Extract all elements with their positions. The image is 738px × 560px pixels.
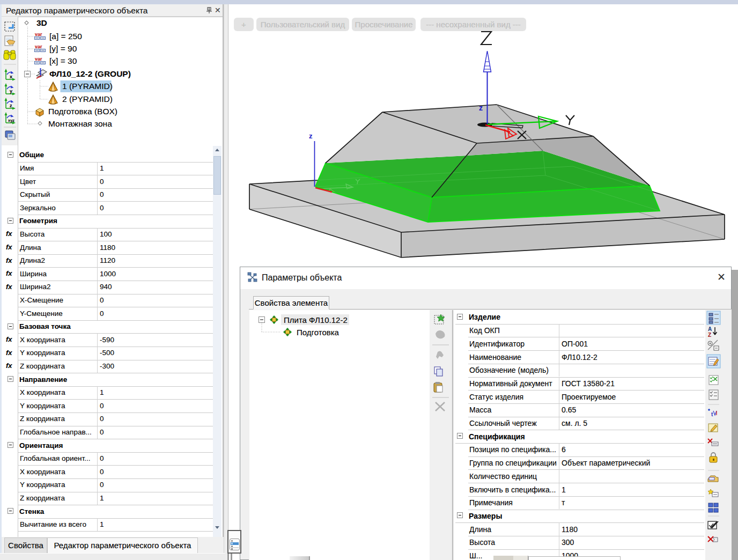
svg-text:Z: Z xyxy=(708,332,711,338)
svg-text:t: t xyxy=(711,411,713,417)
svg-text:z: z xyxy=(309,132,313,140)
svg-text:var: var xyxy=(35,32,42,37)
svg-text:z: z xyxy=(479,104,483,112)
svg-text:z: z xyxy=(10,103,12,108)
svg-text:var: var xyxy=(35,56,42,62)
svg-text:x: x xyxy=(10,74,12,79)
svg-text:A: A xyxy=(708,326,712,332)
svg-text:y: y xyxy=(10,89,12,94)
svg-text:xyz: xyz xyxy=(8,118,14,123)
svg-text:var: var xyxy=(35,44,42,49)
